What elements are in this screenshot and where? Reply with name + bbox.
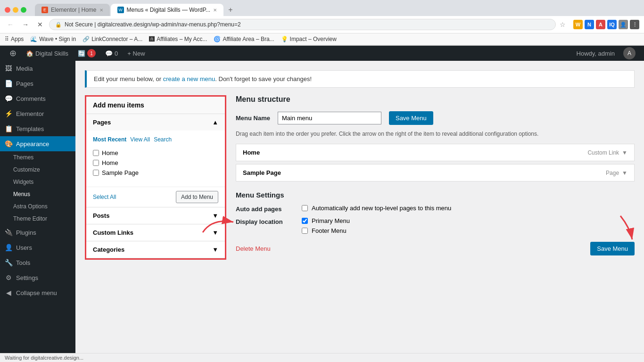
- sidebar-sub-themes[interactable]: Themes: [0, 151, 75, 164]
- page-checkbox-home1[interactable]: [93, 150, 99, 156]
- create-new-menu-link[interactable]: create a new menu: [163, 75, 215, 82]
- plugins-icon: 🔌: [5, 229, 12, 236]
- sidebar-item-elementor[interactable]: ⚡ Elementor: [0, 106, 75, 121]
- ext-wave-icon[interactable]: W: [573, 20, 583, 29]
- tab-most-recent[interactable]: Most Recent: [93, 135, 126, 144]
- sidebar-item-settings[interactable]: ⚙ Settings: [0, 270, 75, 285]
- sub-label-widgets: Widgets: [13, 179, 33, 185]
- select-all-link[interactable]: Select All: [93, 194, 116, 200]
- menu-item-home-type: Custom Link: [587, 149, 619, 156]
- address-bar[interactable]: 🔒 Not Secure | digitalcreative.design/wp…: [49, 19, 556, 30]
- admin-bar-comments[interactable]: 💬 0: [100, 46, 123, 61]
- sidebar-sub-menus[interactable]: Menus: [0, 188, 75, 200]
- menu-bottom: Delete Menu Save Menu: [236, 242, 635, 255]
- ext-user-icon[interactable]: 👤: [619, 20, 628, 29]
- admin-bar-new[interactable]: + New: [123, 46, 149, 61]
- tab-close-elementor[interactable]: ✕: [99, 8, 103, 13]
- page-item-home2[interactable]: Home: [93, 159, 218, 166]
- browser-tab-menus[interactable]: W Menus « Digital Skills — WordP... ✕: [111, 4, 224, 16]
- sidebar-item-plugins[interactable]: 🔌 Plugins: [0, 225, 75, 240]
- minimize-dot[interactable]: [13, 7, 18, 13]
- sidebar-item-media[interactable]: 🖼 Media: [0, 61, 75, 76]
- sidebar-sub-customize[interactable]: Customize: [0, 164, 75, 176]
- categories-accordion-arrow: ▼: [212, 246, 218, 253]
- ext-aff-icon[interactable]: A: [596, 20, 605, 29]
- menu-item-sample: Sample Page Page ▼: [236, 164, 635, 181]
- tab-label-elementor: Elementor | Home: [51, 7, 97, 13]
- updates-badge: 1: [87, 49, 96, 58]
- ext-iq-icon[interactable]: IQ: [607, 20, 617, 29]
- browser-extensions: W N A IQ 👤 ⋮: [573, 20, 639, 29]
- custom-links-accordion-header[interactable]: Custom Links ▼: [86, 224, 225, 241]
- page-tabs: Most Recent View All Search: [93, 135, 218, 144]
- delete-menu-link[interactable]: Delete Menu: [236, 245, 271, 252]
- page-checkbox-sample[interactable]: [93, 170, 99, 176]
- admin-bar-updates[interactable]: 🔄 1: [73, 46, 100, 61]
- elementor-icon: ⚡: [5, 110, 12, 117]
- page-label-sample: Sample Page: [102, 169, 139, 176]
- footer-menu-option[interactable]: Footer Menu: [302, 227, 350, 234]
- sidebar-item-users[interactable]: 👤 Users: [0, 240, 75, 255]
- wp-logo-icon[interactable]: ⊕: [5, 48, 21, 58]
- admin-bar-site[interactable]: 🏠 Digital Skills: [21, 46, 73, 61]
- page-item-home1[interactable]: Home: [93, 149, 218, 156]
- menu-item-home-arrow[interactable]: ▼: [622, 149, 627, 156]
- pages-accordion-header[interactable]: Pages ▲: [86, 114, 225, 131]
- sidebar-sub-widgets[interactable]: Widgets: [0, 176, 75, 188]
- maximize-dot[interactable]: [21, 7, 26, 13]
- forward-button[interactable]: →: [20, 19, 31, 30]
- sidebar-label-elementor: Elementor: [16, 110, 44, 117]
- back-button[interactable]: ←: [5, 19, 16, 30]
- menu-item-sample-type: Page: [606, 170, 619, 176]
- pages-accordion-label: Pages: [93, 119, 111, 126]
- categories-accordion-header[interactable]: Categories ▼: [86, 241, 225, 258]
- new-label: + New: [127, 50, 145, 57]
- menu-editor: Add menu items Pages ▲ Most Recent View …: [85, 95, 635, 260]
- menu-name-input[interactable]: [278, 112, 381, 124]
- bookmark-wave[interactable]: 🌊 Wave • Sign in: [30, 36, 76, 42]
- page-checkbox-home2[interactable]: [93, 160, 99, 166]
- auto-add-option-label: Automatically add new top-level pages to…: [312, 205, 451, 212]
- new-tab-button[interactable]: +: [224, 4, 236, 16]
- bookmark-affiliates[interactable]: 🅰 Affiliates – My Acc...: [149, 36, 207, 42]
- bookmark-impact[interactable]: 💡 Impact – Overview: [281, 36, 337, 42]
- sidebar-item-pages[interactable]: 📄 Pages: [0, 76, 75, 91]
- posts-accordion-header[interactable]: Posts ▼: [86, 207, 225, 224]
- save-menu-button-top[interactable]: Save Menu: [389, 111, 433, 125]
- bookmark-affiliate-area[interactable]: 🌀 Affiliate Area – Bra...: [214, 36, 274, 42]
- auto-add-option[interactable]: Automatically add new top-level pages to…: [302, 205, 451, 212]
- sidebar-item-tools[interactable]: 🔧 Tools: [0, 255, 75, 270]
- ext-menu-icon[interactable]: ⋮: [630, 20, 639, 29]
- sidebar-label-templates: Templates: [16, 125, 44, 132]
- ext-n-icon[interactable]: N: [585, 20, 594, 29]
- save-menu-button-bottom[interactable]: Save Menu: [590, 242, 635, 255]
- sidebar-item-comments[interactable]: 💬 Comments: [0, 91, 75, 106]
- bookmark-star-icon[interactable]: ☆: [560, 21, 566, 28]
- page-item-sample[interactable]: Sample Page: [93, 169, 218, 176]
- sidebar-item-appearance[interactable]: 🎨 Appearance: [0, 136, 75, 151]
- add-to-menu-button[interactable]: Add to Menu: [176, 191, 218, 203]
- sub-label-theme-editor: Theme Editor: [13, 215, 47, 222]
- tab-close-menus[interactable]: ✕: [213, 8, 217, 13]
- tab-search[interactable]: Search: [154, 135, 172, 144]
- auto-add-checkbox[interactable]: [302, 205, 308, 211]
- sidebar-sub-theme-editor[interactable]: Theme Editor: [0, 213, 75, 225]
- page-checkbox-list: Home Home Sample Page: [93, 149, 218, 176]
- bookmark-linkconnector[interactable]: 🔗 LinkConnector – A...: [83, 36, 142, 42]
- menu-structure-title: Menu structure: [236, 95, 635, 104]
- bookmark-apps[interactable]: ⠿ Apps: [5, 36, 24, 42]
- pages-accordion-body: Most Recent View All Search Home: [86, 131, 225, 187]
- primary-menu-checkbox[interactable]: [302, 218, 308, 224]
- sidebar-item-collapse[interactable]: ◀ Collapse menu: [0, 285, 75, 300]
- sidebar-item-templates[interactable]: 📋 Templates: [0, 121, 75, 136]
- footer-menu-checkbox[interactable]: [302, 228, 308, 234]
- primary-menu-option[interactable]: Primary Menu: [302, 217, 350, 224]
- reload-button[interactable]: ✕: [35, 19, 45, 30]
- menu-item-sample-arrow[interactable]: ▼: [622, 170, 627, 176]
- tab-view-all[interactable]: View All: [130, 135, 150, 144]
- sidebar-sub-astra[interactable]: Astra Options: [0, 200, 75, 213]
- notice-text-after: . Don't forget to save your changes!: [215, 75, 312, 82]
- close-dot[interactable]: [5, 7, 10, 13]
- browser-tab-elementor[interactable]: E Elementor | Home ✕: [35, 4, 110, 16]
- custom-links-accordion: Custom Links ▼: [86, 224, 225, 241]
